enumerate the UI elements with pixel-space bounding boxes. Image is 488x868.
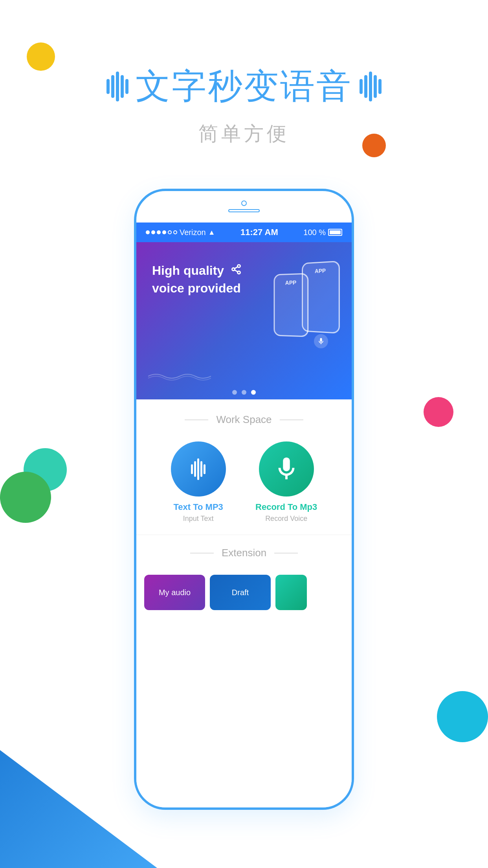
status-left: Verizon ▲ xyxy=(146,228,215,237)
signal-dot-3 xyxy=(157,230,161,234)
app-subtitle: 简单方便 xyxy=(0,121,488,147)
title-row: 文字秒变语音 xyxy=(0,63,488,110)
record-label-main: Record To Mp3 xyxy=(255,502,317,512)
decorative-dot-green xyxy=(0,472,51,523)
decorative-dot-cyan xyxy=(437,691,488,742)
phone-content: Work Space xyxy=(136,399,352,807)
wave-left-icon xyxy=(106,72,128,101)
banner-pagination[interactable] xyxy=(232,390,256,395)
ext-card-my-audio-label: My audio xyxy=(159,588,191,597)
banner-title-line1: High quality xyxy=(152,263,224,278)
workspace-icons: Text To MP3 Input Text Record To Mp3 Rec xyxy=(148,441,340,523)
phone-notch xyxy=(228,200,260,212)
sound-wave-icon xyxy=(191,458,205,480)
app-title: 文字秒变语音 xyxy=(136,63,352,110)
signal-strength xyxy=(146,230,177,234)
extension-cards: My audio Draft xyxy=(144,575,344,610)
section-line-right xyxy=(280,419,303,420)
battery-bar xyxy=(328,229,342,236)
svg-line-3 xyxy=(235,270,238,272)
wave-right-icon xyxy=(360,72,382,101)
workspace-title: Work Space xyxy=(216,414,272,426)
ext-card-green[interactable] xyxy=(275,575,307,610)
workspace-section: Work Space xyxy=(136,399,352,535)
signal-dot-6 xyxy=(173,230,177,234)
mic-svg-icon xyxy=(273,455,300,483)
battery-percent: 100 % xyxy=(303,228,326,237)
extension-header: Extension xyxy=(144,547,344,559)
tts-label-sub: Input Text xyxy=(183,515,214,523)
phone-graphic-label-1: APP xyxy=(303,262,339,274)
banner-title-line2: voice provided xyxy=(152,281,241,295)
svg-line-4 xyxy=(235,267,238,269)
banner-waves xyxy=(148,370,211,384)
decorative-dot-pink xyxy=(424,397,453,427)
ext-card-my-audio[interactable]: My audio xyxy=(144,575,205,610)
signal-dot-5 xyxy=(168,230,172,234)
phone-graphic-label-2: APP xyxy=(275,274,307,286)
banner-title: High quality voice provided xyxy=(152,262,254,297)
banner-phone-graphics: APP APP xyxy=(265,250,344,360)
workspace-header: Work Space xyxy=(148,414,340,426)
status-bar: Verizon ▲ 11:27 AM 100 % xyxy=(136,223,352,242)
signal-dot-1 xyxy=(146,230,150,234)
extension-title: Extension xyxy=(222,547,266,559)
bg-blue-shape xyxy=(0,671,157,868)
ext-line-right xyxy=(274,553,298,554)
workspace-item-tts[interactable]: Text To MP3 Input Text xyxy=(171,441,226,523)
phone-graphic-front: APP xyxy=(274,273,309,337)
battery-fill xyxy=(330,230,341,234)
banner-dot-2[interactable] xyxy=(242,390,246,395)
extension-section: Extension My audio Draft xyxy=(136,535,352,618)
phone-mockup: Verizon ▲ 11:27 AM 100 % High quality xyxy=(134,189,354,810)
header-area: 文字秒变语音 简单方便 xyxy=(0,63,488,147)
banner-dot-1[interactable] xyxy=(232,390,237,395)
carrier-name: Verizon xyxy=(180,228,206,237)
signal-dot-4 xyxy=(162,230,166,234)
tts-label-main: Text To MP3 xyxy=(174,502,223,512)
banner-content: High quality voice provided xyxy=(136,242,352,399)
ext-card-draft[interactable]: Draft xyxy=(210,575,271,610)
app-banner[interactable]: High quality voice provided xyxy=(136,242,352,399)
record-icon-circle[interactable] xyxy=(259,441,314,497)
share-icon xyxy=(231,267,242,277)
tts-icon-circle[interactable] xyxy=(171,441,226,497)
workspace-item-record[interactable]: Record To Mp3 Record Voice xyxy=(255,441,317,523)
record-label-sub: Record Voice xyxy=(265,515,307,523)
phone-mic-icon xyxy=(314,334,328,348)
signal-dot-2 xyxy=(151,230,155,234)
ext-line-left xyxy=(190,553,214,554)
section-line-left xyxy=(185,419,208,420)
phone-speaker xyxy=(228,209,260,212)
status-time: 11:27 AM xyxy=(240,227,278,237)
ext-card-draft-label: Draft xyxy=(232,588,249,597)
phone-body: Verizon ▲ 11:27 AM 100 % High quality xyxy=(134,189,354,810)
banner-dot-3[interactable] xyxy=(251,390,256,395)
phone-camera xyxy=(241,200,247,206)
status-right: 100 % xyxy=(303,228,342,237)
wifi-icon: ▲ xyxy=(208,228,215,237)
